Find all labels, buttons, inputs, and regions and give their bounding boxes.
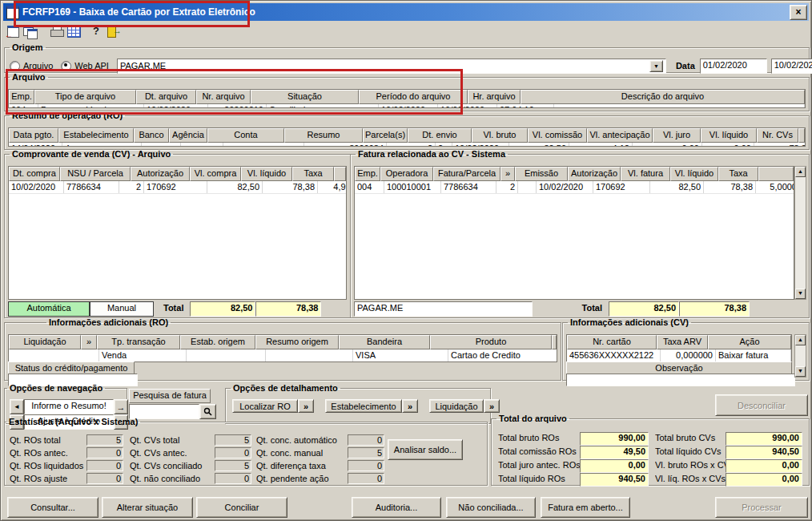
help-icon[interactable]: ? [88, 24, 105, 38]
localizar-ro-expand-button[interactable]: » [298, 399, 314, 413]
arquivo-row[interactable]: 004 Pagar.me - Venda 10/02/2020 20200210… [9, 104, 805, 108]
origem-legend: Origem [10, 42, 46, 52]
total-col2: Total bruto CVs990,00 Total líquido CVs9… [655, 432, 802, 487]
exit-icon[interactable]: → [105, 24, 122, 38]
question-glyph: ? [93, 25, 99, 37]
cell-situacao: Conciliado [267, 104, 379, 108]
radio-arquivo-label: Arquivo [23, 61, 53, 71]
navegacao-legend: Opções de navegação [7, 383, 105, 393]
info-cv-groupbox: Informações adicionais (CV) Nr. cartão T… [562, 317, 810, 381]
scroll-up-button[interactable]: ▲ [795, 335, 806, 345]
localizar-ro-button[interactable]: Localizar RO [232, 399, 298, 413]
scroll-down-button[interactable]: ▼ [795, 289, 806, 299]
stat-label: Qt. ROs liquidados [10, 460, 86, 471]
total-value: 940,50 [580, 473, 649, 487]
printer-glyph [50, 30, 64, 37]
analisar-saldo-button[interactable]: Analisar saldo... [388, 439, 463, 460]
info-cv-scrollbar[interactable]: ▲ ▼ [794, 334, 806, 378]
stat-value: 5 [215, 460, 251, 471]
info-ro-groupbox: Informações adicionais (RO) Liquidação »… [4, 317, 561, 381]
col-header-emissao: Emissão [515, 167, 568, 181]
prev-resumo-button[interactable]: ◄ [10, 399, 24, 414]
cell-nr-arquivo: 20200210 [208, 104, 267, 108]
fatura-grid: Emp. Operadora Fatura/Parcela » Emissão … [354, 166, 794, 300]
manual-toggle-button[interactable]: Manual [90, 301, 154, 317]
cell-vl-liquido: 78,38 [754, 143, 806, 147]
col-header-filler [798, 128, 805, 143]
operadora-search-field[interactable]: PAGAR.ME [354, 301, 533, 317]
estatistica-groupbox: Estatística (Arquivo x Sistema) Qt. ROs … [4, 417, 488, 486]
fatura-scrollbar[interactable]: ▲ ▼ [794, 166, 806, 300]
col-header-parcelas: Parcela(s) [363, 128, 408, 143]
radio-arquivo[interactable]: Arquivo [10, 61, 53, 71]
cell-liquidacao [9, 349, 99, 361]
scroll-up-button[interactable]: ▲ [795, 167, 806, 177]
consultar-button[interactable]: Consultar... [7, 497, 98, 518]
total-label: Total líquido CVs [655, 446, 726, 458]
resumo-nav-field[interactable]: Informe o Resumo! [24, 399, 114, 414]
info-cv-grid: Nr. cartão Taxa ARV Ação 455636XXXXXX212… [566, 334, 792, 362]
fatura-total-valor: 82,50 [609, 301, 679, 317]
col-header-emp: Emp. [355, 167, 380, 181]
radio-web-api[interactable]: Web API [61, 61, 109, 71]
scroll-down-button[interactable]: ▼ [795, 366, 806, 377]
window-title: FCRFP169 - Baixa de Cartão por Extrato E… [22, 6, 255, 18]
col-header-produto: Produto [430, 335, 552, 349]
col-header-conta: Conta [207, 128, 284, 143]
cv-groupbox: Comprovante de venda (CV) - Arquivo Dt. … [4, 149, 351, 318]
auditoria-button[interactable]: Auditoria... [352, 497, 441, 518]
fatura-row[interactable]: 004 100010001 7786634 2 10/02/2020 17069… [355, 181, 794, 194]
cell-tipo-arquivo: Pagar.me - Venda [38, 104, 144, 108]
close-button[interactable]: × [790, 5, 807, 20]
liquidacao-expand-button[interactable]: » [81, 335, 97, 349]
date-from-field[interactable]: 01/02/2020 [700, 59, 767, 74]
combo-dropdown-button[interactable]: ▼ [649, 60, 663, 72]
conciliar-button[interactable]: Conciliar [196, 497, 287, 518]
processar-button[interactable]: Processar [715, 497, 808, 518]
estabelecimento-expand-button[interactable]: » [402, 399, 418, 413]
total-value: 0,00 [580, 459, 649, 473]
forms-icon[interactable] [22, 24, 38, 38]
stat-label: Qt. CVs total [130, 434, 215, 446]
col-header-filler [552, 335, 557, 349]
info-cv-row: 455636XXXXXX2122 0,000000 Baixar fatura [567, 349, 791, 362]
cell-nsu: 7786634 [64, 181, 119, 193]
grid-icon[interactable] [65, 24, 82, 38]
nao-conciliada-button[interactable]: Não conciliada... [446, 497, 536, 518]
info-ro-legend: Informações adicionais (RO) [46, 317, 171, 327]
fatura-em-aberto-button[interactable]: Fatura em aberto... [541, 497, 630, 518]
cell-parcelas-total: 2 [436, 143, 452, 147]
col-header-periodo: Período do arquivo [359, 90, 468, 104]
cell-resumo-origem [266, 349, 353, 361]
total-label: Total comissão ROs [498, 446, 580, 458]
stat-value: 0 [348, 473, 384, 484]
info-ro-row: Venda VISA Cartao de Credito [9, 349, 557, 362]
col-header-bandeira: Bandeira [339, 335, 430, 349]
alterar-situacao-button[interactable]: Alterar situação [102, 497, 193, 518]
date-to-field[interactable]: 10/02/2020 [771, 59, 812, 74]
desconciliar-button[interactable]: Desconciliar [715, 394, 808, 416]
fatura-expand-header-button[interactable]: » [500, 167, 515, 181]
fatura-groupbox: Fatura relacionada ao CV - Sistema Emp. … [350, 149, 810, 318]
next-resumo-button[interactable]: → [114, 399, 128, 414]
source-combobox[interactable]: PAGAR.ME ▼ [117, 59, 666, 74]
cell-parcela: 2 [496, 181, 518, 193]
cv-row[interactable]: 10/02/2020 7786634 2 170692 82,50 78,38 … [9, 181, 346, 194]
liquidacao-button[interactable]: Liquidação [429, 399, 484, 413]
automatica-toggle-button[interactable]: Automática [8, 301, 90, 317]
close-form-icon[interactable]: ← [5, 24, 22, 38]
cell-emp: 004 [9, 104, 38, 108]
cell-fatura: 7786634 [441, 181, 496, 193]
ro-row[interactable]: 14/04/2020 4 8906984 2 2 10/02/2020 82,5… [9, 143, 805, 147]
detalhamento-buttons: Localizar RO » Estabelecimento » Liquida… [232, 399, 500, 413]
cell-parcela: 2 [119, 181, 144, 193]
cell-vl-liquido: 78,38 [704, 181, 756, 193]
estabelecimento-button[interactable]: Estabelecimento [325, 399, 402, 413]
stat-value: 5 [348, 447, 384, 458]
cell-vl-bruto: 82,50 [509, 143, 569, 147]
cell-dt-envio: 10/02/2020 [452, 143, 509, 147]
print-icon[interactable] [48, 24, 65, 38]
cell-vl-comissao: 4,12 [569, 143, 633, 147]
cell-periodo-fim: 10/02/2020 [438, 104, 497, 108]
liquidacao-expand-button[interactable]: » [484, 399, 500, 413]
